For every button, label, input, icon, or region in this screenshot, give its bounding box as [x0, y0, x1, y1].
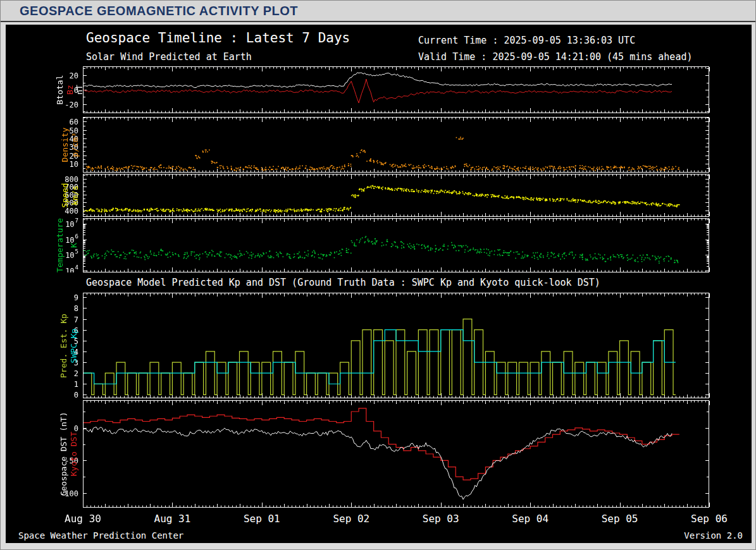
x-tick-label: Sep 02: [333, 513, 369, 525]
ylabel-density: Density: [60, 128, 70, 162]
plot-density: [40, 117, 724, 173]
plot-title: Geospace Timeline : Latest 7 Days: [86, 30, 350, 46]
x-tick-label: Sep 05: [602, 513, 638, 525]
window-header: GEOSPACE GEOMAGNETIC ACTIVITY PLOT: [1, 1, 755, 22]
plot-temperature: [40, 218, 724, 272]
plot-kp: [40, 293, 724, 398]
section-title: Geospace Model Predicted Kp and DST (Gro…: [86, 277, 600, 288]
ylabel-gutter-temperature: Temperature K: [6, 218, 89, 272]
footer-version: Version 2.0: [684, 530, 743, 541]
current-time-label: Current Time : 2025-09-05 13:36:03 UTC: [418, 35, 635, 46]
plot-area: Geospace Timeline : Latest 7 Days Curren…: [6, 25, 752, 543]
x-tick-label: Sep 06: [691, 513, 728, 525]
ylabel-gutter-mag: Btotal Bz nT: [6, 66, 89, 113]
ylabel-gutter-density: Density p/cm³: [6, 117, 89, 173]
plot-subtitle: Solar Wind Predicted at Earth: [86, 51, 252, 63]
ylabel-swpc-kp: SWPC Kp: [69, 328, 78, 363]
ylabel-speed: Speed: [60, 183, 70, 207]
ylabel-gutter-kp: Pred. Est. Kp SWPC Kp: [6, 293, 89, 398]
ylabel-gutter-speed: Speed km/s: [6, 174, 89, 217]
x-axis-labels: Aug 30Aug 31Sep 01Sep 02Sep 03Sep 04Sep …: [6, 510, 752, 525]
page: GEOSPACE GEOMAGNETIC ACTIVITY PLOT Geosp…: [0, 0, 756, 550]
x-tick-label: Sep 03: [423, 513, 459, 525]
ylabel-gutter-dst: Geospace DST (nT) Kyoto DST: [6, 400, 89, 508]
ylabel-btotal: Btotal: [55, 75, 65, 105]
ylabel-temperature-units: K: [69, 243, 78, 248]
plot-dst: [40, 400, 724, 508]
page-title: GEOSPACE GEOMAGNETIC ACTIVITY PLOT: [20, 4, 298, 18]
footer-credit: Space Weather Prediction Center: [18, 530, 183, 541]
ylabel-bz: Bz: [65, 85, 75, 95]
ylabel-pred-est-kp: Pred. Est. Kp: [59, 314, 68, 378]
valid-time-label: Valid Time : 2025-09-05 14:21:00 (45 min…: [418, 51, 692, 63]
x-tick-label: Aug 31: [154, 513, 191, 525]
ylabel-geospace-dst: Geospace DST (nT): [59, 412, 68, 496]
plot-speed: [40, 174, 724, 217]
plot-solarwind-mag: [40, 66, 724, 113]
x-tick-label: Sep 04: [512, 513, 548, 525]
ylabel-nt: nT: [75, 85, 84, 95]
ylabel-temperature: Temperature: [55, 218, 65, 272]
x-tick-label: Aug 30: [65, 513, 101, 525]
ylabel-kyoto-dst: Kyoto DST: [69, 432, 78, 476]
ylabel-density-units: p/cm³: [70, 132, 80, 157]
ylabel-speed-units: km/s: [70, 185, 80, 205]
x-tick-label: Sep 01: [244, 513, 280, 525]
